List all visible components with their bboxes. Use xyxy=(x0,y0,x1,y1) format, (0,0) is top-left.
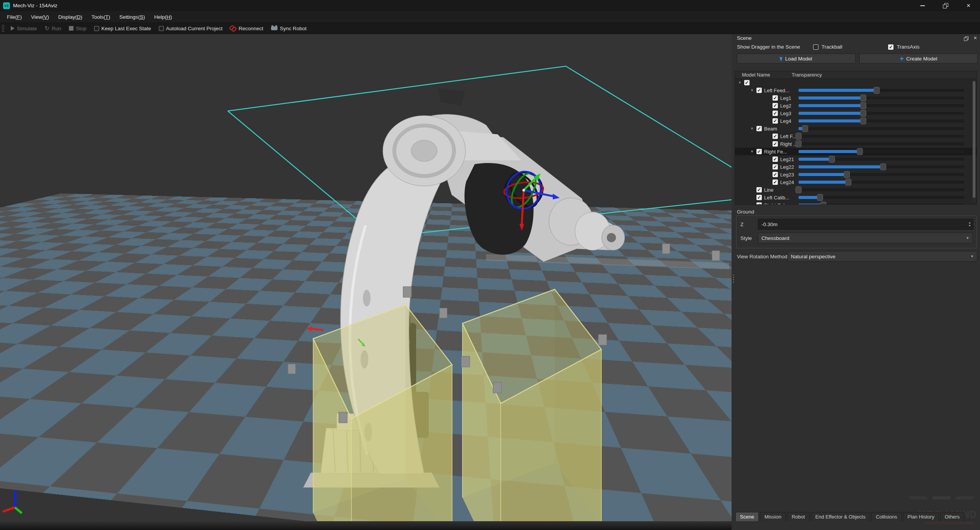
sync-robot-button[interactable]: Sync Robot xyxy=(267,26,310,31)
tab-plan-history[interactable]: Plan History xyxy=(903,512,939,521)
menu-help[interactable]: Help(H) xyxy=(150,13,176,21)
slider-handle[interactable] xyxy=(880,163,886,170)
menu-view[interactable]: View(V) xyxy=(27,13,53,21)
row-checkbox[interactable]: ✓ xyxy=(773,95,778,101)
transparency-slider[interactable] xyxy=(799,173,964,176)
tree-scrollbar[interactable] xyxy=(972,80,976,202)
slider-handle[interactable] xyxy=(795,140,802,147)
transparency-slider[interactable] xyxy=(799,89,964,92)
menu-display[interactable]: Display(D) xyxy=(54,13,86,21)
slider-handle[interactable] xyxy=(844,171,850,178)
transparency-slider[interactable] xyxy=(799,127,964,130)
slider-handle[interactable] xyxy=(857,148,863,155)
tree-row[interactable]: ✓ Left F... xyxy=(735,132,977,140)
slider-handle[interactable] xyxy=(795,133,802,140)
tree-row[interactable]: ✓ Right Cal... xyxy=(735,201,977,204)
3d-viewport[interactable] xyxy=(0,34,732,521)
row-checkbox[interactable]: ✓ xyxy=(756,88,762,93)
transparency-slider[interactable] xyxy=(799,112,964,115)
expand-arrow-icon[interactable]: ▼ xyxy=(750,150,754,153)
row-checkbox[interactable]: ✓ xyxy=(773,111,778,116)
close-button[interactable]: × xyxy=(957,0,980,11)
row-checkbox[interactable]: ✓ xyxy=(773,141,778,147)
row-checkbox[interactable]: ✓ xyxy=(773,179,778,185)
create-model-button[interactable]: + Create Model xyxy=(859,54,978,64)
slider-handle[interactable] xyxy=(829,156,835,163)
transparency-slider[interactable] xyxy=(799,142,964,145)
restore-button[interactable] xyxy=(934,0,957,11)
row-checkbox[interactable]: ✓ xyxy=(773,134,778,139)
minimize-button[interactable] xyxy=(911,0,934,11)
simulate-button[interactable]: Simulate xyxy=(7,26,41,31)
expand-arrow-icon[interactable]: ▼ xyxy=(738,81,742,85)
tab-scene[interactable]: Scene xyxy=(735,512,759,521)
slider-handle[interactable] xyxy=(860,110,866,117)
tree-row[interactable]: ✓ Leg21 xyxy=(735,155,977,163)
tab-end-effector-objects[interactable]: End Effector & Objects xyxy=(811,512,870,521)
transparency-slider[interactable] xyxy=(799,96,964,99)
slider-handle[interactable] xyxy=(845,179,851,186)
transparency-slider[interactable] xyxy=(799,135,964,138)
tree-row[interactable]: ✓ Leg2 xyxy=(735,102,977,109)
row-checkbox[interactable]: ✓ xyxy=(773,118,778,124)
transparency-slider[interactable] xyxy=(799,158,964,161)
tree-row[interactable]: ✓ Leg1 xyxy=(735,94,977,102)
slider-handle[interactable] xyxy=(820,202,826,204)
slider-handle[interactable] xyxy=(817,194,823,201)
tree-row[interactable]: ✓ Left Calib... xyxy=(735,194,977,201)
menu-settings[interactable]: Settings(S) xyxy=(116,13,149,21)
transparency-slider[interactable] xyxy=(799,150,964,153)
stop-button[interactable]: Stop xyxy=(65,26,90,31)
transparency-slider[interactable] xyxy=(799,196,964,199)
spinbox-arrows[interactable]: ▲▼ xyxy=(967,222,973,227)
tab-robot[interactable]: Robot xyxy=(787,512,810,521)
toolbar-drag-handle[interactable] xyxy=(2,24,5,32)
float-panel-icon[interactable] xyxy=(964,36,969,41)
slider-handle[interactable] xyxy=(860,102,866,109)
close-panel-icon[interactable]: × xyxy=(973,34,977,41)
tab-others[interactable]: Others xyxy=(940,512,964,521)
slider-handle[interactable] xyxy=(795,186,802,193)
transparency-slider[interactable] xyxy=(799,204,964,204)
row-checkbox[interactable]: ✓ xyxy=(756,187,762,192)
expand-arrow-icon[interactable]: ▼ xyxy=(750,127,754,130)
transaxis-checkbox[interactable]: ✓ xyxy=(888,44,893,50)
tree-row[interactable]: ✓ Line xyxy=(735,186,977,194)
slider-handle[interactable] xyxy=(802,125,808,132)
row-checkbox[interactable]: ✓ xyxy=(756,202,762,204)
panel-splitter-handle[interactable] xyxy=(732,274,735,284)
transparency-slider[interactable] xyxy=(799,181,964,184)
trackball-checkbox[interactable] xyxy=(813,44,818,50)
expand-arrow-icon[interactable]: ▼ xyxy=(750,88,754,92)
row-checkbox[interactable]: ✓ xyxy=(744,80,750,85)
view-rotation-dropdown[interactable]: Natural perspective ▼ xyxy=(787,251,977,262)
transparency-slider[interactable] xyxy=(799,188,964,191)
tree-row[interactable]: ✓ Leg24 xyxy=(735,178,977,186)
tab-mission[interactable]: Mission xyxy=(760,512,786,521)
tree-row[interactable]: ▼ ✓ Beam xyxy=(735,125,977,132)
row-checkbox[interactable]: ✓ xyxy=(756,149,762,154)
tree-row[interactable]: ✓ Right ... xyxy=(735,140,977,148)
transparency-slider[interactable] xyxy=(799,119,964,122)
tree-row[interactable]: ✓ Leg4 xyxy=(735,117,977,125)
load-model-button[interactable]: Load Model xyxy=(737,54,856,64)
slider-handle[interactable] xyxy=(860,117,866,124)
transparency-slider[interactable] xyxy=(799,104,964,107)
slider-handle[interactable] xyxy=(874,87,880,94)
row-checkbox[interactable]: ✓ xyxy=(773,164,778,170)
scrollbar-thumb[interactable] xyxy=(973,81,975,198)
reconnect-button[interactable]: Reconnect xyxy=(226,25,267,31)
row-checkbox[interactable]: ✓ xyxy=(773,172,778,177)
tab-collisions[interactable]: Collisions xyxy=(871,512,902,521)
menu-tools[interactable]: Tools(T) xyxy=(88,13,114,21)
slider-handle[interactable] xyxy=(860,95,866,101)
row-checkbox[interactable]: ✓ xyxy=(773,157,778,162)
row-checkbox[interactable]: ✓ xyxy=(756,195,762,200)
menu-file[interactable]: File(F) xyxy=(3,13,26,21)
ground-style-dropdown[interactable]: Chessboard ▼ xyxy=(758,233,973,243)
run-button[interactable]: ↻ Run xyxy=(41,25,65,32)
tree-row[interactable]: ✓ Leg22 xyxy=(735,163,977,171)
tree-row[interactable]: ▼ ✓ Left Feed... xyxy=(735,86,977,94)
tree-row-root[interactable]: ▼ ✓ xyxy=(735,79,977,86)
row-checkbox[interactable]: ✓ xyxy=(773,103,778,108)
